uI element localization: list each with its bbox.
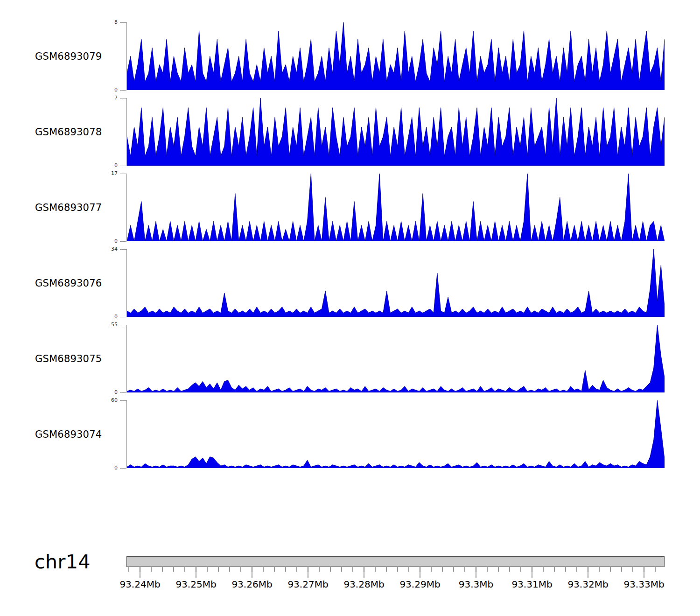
- y-axis-top-tick: [120, 400, 126, 401]
- coverage-signal: [127, 22, 665, 90]
- track-label: GSM6893076: [35, 249, 102, 317]
- axis-tick-label: 93.33Mb: [607, 579, 681, 590]
- coverage-signal: [127, 325, 665, 392]
- y-axis-zero-label: 0: [91, 465, 118, 471]
- coverage-signal: [127, 249, 665, 317]
- y-axis-max-label: 17: [91, 171, 118, 176]
- y-axis-zero-label: 0: [91, 390, 118, 395]
- track-label: GSM6893075: [35, 325, 102, 392]
- genomic-axis-ticks: [126, 567, 665, 579]
- y-axis-max-label: 7: [91, 95, 118, 101]
- coverage-area: [127, 325, 665, 392]
- y-axis-max-label: 34: [91, 246, 118, 252]
- chromosome-ideogram-bar: [126, 556, 665, 567]
- y-axis-bottom-tick: [120, 392, 126, 393]
- genome-coverage-figure: GSM689307980GSM689307870GSM6893077170GSM…: [0, 0, 700, 616]
- y-axis-zero-label: 0: [91, 163, 118, 168]
- chromosome-label: chr14: [35, 551, 91, 573]
- y-axis-top-tick: [120, 174, 126, 174]
- coverage-area: [127, 400, 665, 468]
- y-axis-top-tick: [120, 98, 126, 98]
- coverage-area: [127, 98, 665, 166]
- y-axis-top-tick: [120, 22, 126, 23]
- track-label: GSM6893074: [35, 400, 102, 468]
- coverage-signal: [127, 98, 665, 166]
- y-axis-zero-label: 0: [91, 314, 118, 320]
- coverage-track: GSM6893074600: [0, 400, 700, 469]
- y-axis-top-tick: [120, 325, 126, 325]
- coverage-area: [127, 22, 665, 90]
- coverage-track: GSM689307980: [0, 22, 700, 91]
- coverage-signal: [127, 400, 665, 468]
- coverage-track: GSM6893076340: [0, 249, 700, 317]
- y-axis-max-label: 55: [91, 322, 118, 328]
- y-axis-max-label: 8: [91, 20, 118, 25]
- coverage-track: GSM6893075550: [0, 325, 700, 393]
- coverage-signal: [127, 174, 665, 241]
- track-label: GSM6893077: [35, 174, 102, 241]
- y-axis-bottom-tick: [120, 166, 126, 166]
- coverage-track: GSM689307870: [0, 98, 700, 166]
- y-axis-max-label: 60: [91, 398, 118, 403]
- y-axis-zero-label: 0: [91, 238, 118, 244]
- coverage-area: [127, 174, 665, 241]
- track-label: GSM6893079: [35, 22, 102, 90]
- y-axis-bottom-tick: [120, 317, 126, 317]
- y-axis-bottom-tick: [120, 241, 126, 242]
- y-axis-bottom-tick: [120, 90, 126, 91]
- track-label: GSM6893078: [35, 98, 102, 166]
- y-axis-bottom-tick: [120, 468, 126, 469]
- y-axis-top-tick: [120, 249, 126, 250]
- coverage-track: GSM6893077170: [0, 174, 700, 242]
- y-axis-zero-label: 0: [91, 87, 118, 93]
- coverage-area: [127, 249, 665, 317]
